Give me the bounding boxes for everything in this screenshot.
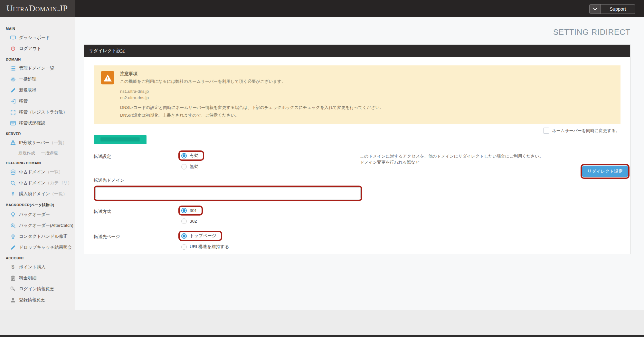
sidebar-sublink[interactable]: 一括処理 bbox=[41, 150, 58, 156]
sidebar-item-label: 一括処理 bbox=[19, 76, 36, 82]
sidebar-item[interactable]: 移管（レジストラ分散） bbox=[0, 107, 75, 118]
sidebar-item-label: 料金明細 bbox=[19, 275, 36, 281]
list-icon bbox=[10, 66, 16, 71]
radio-option-label: 無効 bbox=[190, 164, 198, 169]
sidebar-item[interactable]: ドロップキャッチ結果照会 bbox=[0, 242, 75, 253]
nameserver-2: ns2.ultra-dns.jp bbox=[120, 95, 384, 100]
sidebar-item[interactable]: 移管状況確認 bbox=[0, 118, 75, 129]
forward-page-options: トップページURL構造を維持する bbox=[178, 231, 360, 252]
sidebar-item[interactable]: ログイン情報変更 bbox=[0, 284, 75, 294]
sidebar-item[interactable]: ログアウト bbox=[0, 43, 75, 54]
notice-line: DNSレコードの設定と同時にネームサーバー情報を変更する場合は、下記のチェックボ… bbox=[120, 105, 384, 111]
lightbulb-icon bbox=[10, 212, 16, 217]
radio-option-302[interactable]: 302 bbox=[178, 216, 203, 226]
sidebar-item[interactable]: コンタクトハンドル修正 bbox=[0, 231, 75, 242]
sidebar-item[interactable]: 料金明細 bbox=[0, 273, 75, 284]
forward-method-options: 301302 bbox=[178, 206, 360, 226]
forward-domain-row: 転送先ドメイン bbox=[94, 178, 620, 201]
sitemap-icon bbox=[10, 140, 16, 146]
field-label: 転送先ドメイン bbox=[94, 178, 620, 183]
sidebar-item-label: バックオーダー(AfterCatch) bbox=[19, 223, 73, 228]
globe-icon bbox=[10, 234, 16, 239]
radio-option-無効[interactable]: 無効 bbox=[178, 161, 204, 172]
nameserver-change-checkbox[interactable] bbox=[543, 128, 549, 134]
radio-unselected-icon[interactable] bbox=[181, 244, 187, 250]
redirect-settings-panel: リダイレクト設定 注意事項 この機能をご利用になるには弊社のネームサーバーを利用… bbox=[84, 44, 630, 254]
topbar: UltraDomain.JP Support bbox=[0, 0, 644, 17]
sidebar-item-suffix: （一覧） bbox=[45, 169, 63, 175]
sidebar-section-header: ACCOUNT bbox=[0, 253, 75, 262]
brand-logo[interactable]: UltraDomain.JP bbox=[0, 0, 75, 17]
sidebar-item[interactable]: 中古ドメイン（一覧） bbox=[0, 167, 75, 178]
domain-tab-bar bbox=[94, 135, 620, 144]
sidebar-sublinks: 新規作成一括処理 bbox=[0, 148, 75, 158]
pencil-icon bbox=[10, 88, 16, 93]
sidebar-item-label: 移管状況確認 bbox=[19, 120, 45, 126]
table-icon bbox=[10, 120, 16, 126]
page-title: SETTING RIDIRECT bbox=[75, 28, 630, 37]
arrows-expand-icon bbox=[10, 110, 16, 115]
clipboard-icon bbox=[10, 275, 16, 281]
chevron-down-icon[interactable] bbox=[590, 5, 601, 14]
radio-selected-icon[interactable] bbox=[181, 208, 187, 213]
radio-option-label: URL構造を維持する bbox=[190, 244, 229, 250]
redacted-domain-name bbox=[100, 137, 140, 141]
sidebar-section-header: OFFERING DOMAIN bbox=[0, 158, 75, 167]
radio-option-URL構造を維持する[interactable]: URL構造を維持する bbox=[178, 242, 235, 252]
highlight-outline bbox=[94, 186, 362, 201]
sidebar-item[interactable]: $ポイント購入 bbox=[0, 262, 75, 273]
field-label: 転送設定 bbox=[94, 150, 178, 172]
sidebar-item[interactable]: 一括処理 bbox=[0, 74, 75, 85]
forward-domain-input[interactable] bbox=[95, 187, 361, 199]
highlight-outline: リダイレクト設定 bbox=[581, 164, 630, 179]
radio-option-トップページ[interactable]: トップページ bbox=[178, 231, 222, 241]
active-domain-tab[interactable] bbox=[94, 135, 147, 144]
sidebar-item[interactable]: 登録情報変更 bbox=[0, 294, 75, 305]
radio-selected-icon[interactable] bbox=[181, 233, 187, 239]
sidebar-sublink[interactable]: 新規作成 bbox=[18, 150, 35, 156]
support-button-label: Support bbox=[601, 5, 635, 14]
radio-option-label: トップページ bbox=[190, 233, 216, 239]
sidebar-section-header: DOMAIN bbox=[0, 54, 75, 63]
redirect-submit-button[interactable]: リダイレクト設定 bbox=[582, 166, 628, 177]
nameserver-change-row: ネームサーバーを同時に変更する。 bbox=[94, 128, 620, 134]
sidebar-item-label: 移管 bbox=[19, 98, 28, 104]
sidebar-item[interactable]: 新規取得 bbox=[0, 85, 75, 96]
key-icon bbox=[10, 286, 16, 292]
sidebar: MAINダッシュボードログアウトDOMAIN管理ドメイン一覧一括処理新規取得移管… bbox=[0, 17, 75, 310]
radio-option-label: 301 bbox=[190, 208, 197, 213]
yen-icon: ¥ bbox=[10, 191, 16, 197]
sidebar-item-label: 新規取得 bbox=[19, 87, 36, 93]
panel-header: リダイレクト設定 bbox=[84, 45, 630, 57]
forward-method-row: 転送方式 301302 bbox=[94, 206, 620, 226]
help-text: このドメインに対するアクセスを、他のドメインにリダイレクトしたい場合にご利用くだ… bbox=[360, 153, 620, 159]
sidebar-item[interactable]: ダッシュボード bbox=[0, 32, 75, 43]
sidebar-item-suffix: （一覧） bbox=[49, 140, 67, 146]
pencil-icon bbox=[10, 245, 16, 250]
radio-unselected-icon[interactable] bbox=[181, 164, 187, 169]
sidebar-item[interactable]: 移管 bbox=[0, 96, 75, 107]
sidebar-item[interactable]: ¥購入済ドメイン（一覧） bbox=[0, 188, 75, 199]
support-button[interactable]: Support bbox=[589, 4, 635, 14]
sidebar-item[interactable]: 管理ドメイン一覧 bbox=[0, 63, 75, 74]
sidebar-item-label: ログアウト bbox=[19, 46, 41, 52]
radio-selected-icon[interactable] bbox=[181, 153, 187, 159]
sidebar-item-label: 管理ドメイン一覧 bbox=[19, 65, 54, 71]
sidebar-item-label: ダッシュボード bbox=[19, 35, 50, 41]
monitor-icon bbox=[10, 35, 16, 41]
sidebar-item[interactable]: バックオーダー(AfterCatch) bbox=[0, 220, 75, 231]
notice-title: 注意事項 bbox=[120, 71, 384, 77]
sidebar-item[interactable]: バックオーダー bbox=[0, 209, 75, 220]
radio-unselected-icon[interactable] bbox=[181, 218, 187, 224]
sidebar-item[interactable]: 中古ドメイン（カテゴリ） bbox=[0, 178, 75, 188]
sidebar-item-label: ログイン情報変更 bbox=[19, 286, 54, 292]
sidebar-item-label: 中古ドメイン bbox=[19, 180, 45, 186]
sidebar-item-suffix: （カテゴリ） bbox=[45, 180, 72, 186]
forward-setting-row: 転送設定 有効無効 このドメインに対するアクセスを、他のドメインにリダイレクトし… bbox=[94, 150, 620, 172]
sidebar-item[interactable]: IP分散サーバー（一覧） bbox=[0, 137, 75, 148]
radio-option-301[interactable]: 301 bbox=[178, 206, 203, 216]
notice-line: DNSの設定は初期化、上書きされますので、ご注意ください。 bbox=[120, 112, 384, 118]
field-label: 転送方式 bbox=[94, 206, 178, 226]
database-icon bbox=[10, 169, 16, 175]
radio-option-有効[interactable]: 有効 bbox=[178, 150, 204, 161]
